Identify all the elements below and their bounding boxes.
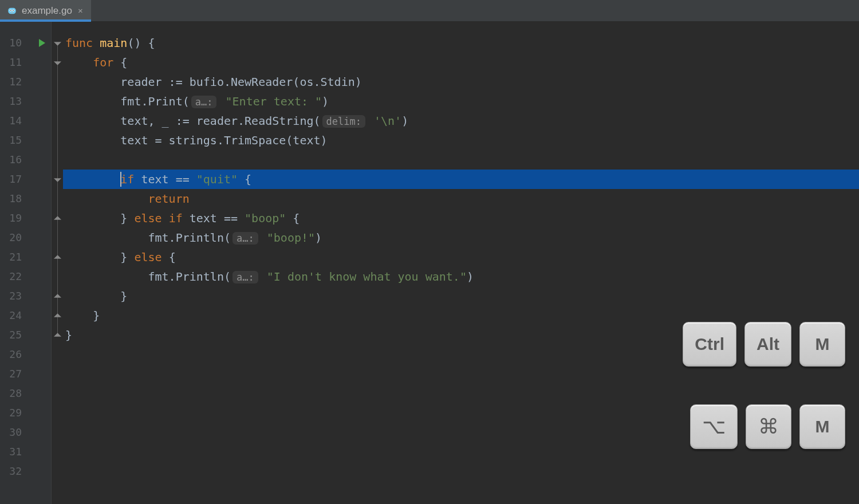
code-line-highlighted: if text == "quit" { <box>63 170 859 189</box>
key-alt: Alt <box>744 322 791 367</box>
line-number: 23 <box>0 286 26 306</box>
line-number: 16 <box>0 150 26 170</box>
line-number: 25 <box>0 325 26 345</box>
svg-rect-0 <box>8 7 16 14</box>
fold-open-icon[interactable] <box>54 59 61 66</box>
svg-marker-10 <box>54 255 61 259</box>
code-line: } else { <box>63 247 859 267</box>
code-line: fmt.Print(a…: "Enter text: ") <box>63 92 859 111</box>
tab-filename: example.go <box>22 5 72 17</box>
line-number: 13 <box>0 92 26 111</box>
line-number: 11 <box>0 53 26 72</box>
code-editor[interactable]: 10 11 12 13 14 15 16 17 18 19 20 21 22 2… <box>0 22 859 504</box>
svg-marker-12 <box>54 313 61 317</box>
code-line: } <box>63 286 859 306</box>
line-number: 32 <box>0 462 26 481</box>
fold-close-icon[interactable] <box>54 215 61 222</box>
code-line: } else if text == "boop" { <box>63 208 859 228</box>
line-number: 29 <box>0 403 26 423</box>
code-line <box>63 364 859 384</box>
code-line: for { <box>63 53 859 72</box>
shortcut-keys-mac: ⌥ ⌘ M <box>690 404 845 449</box>
line-number: 26 <box>0 345 26 364</box>
line-number: 21 <box>0 247 26 267</box>
close-icon[interactable]: × <box>78 6 83 15</box>
line-number: 19 <box>0 208 26 228</box>
fold-close-icon[interactable] <box>54 254 61 261</box>
code-line <box>63 462 859 481</box>
key-m: M <box>799 322 845 367</box>
gutter-line-numbers: 10 11 12 13 14 15 16 17 18 19 20 21 22 2… <box>0 22 26 504</box>
code-line <box>63 150 859 170</box>
code-line: fmt.Println(a…: "I don't know what you w… <box>63 267 859 286</box>
line-number: 30 <box>0 423 26 442</box>
line-number: 27 <box>0 364 26 384</box>
go-gopher-icon <box>7 6 17 16</box>
line-number: 28 <box>0 384 26 403</box>
code-line <box>63 384 859 403</box>
svg-marker-13 <box>54 333 61 337</box>
line-number: 17 <box>0 170 26 189</box>
param-hint: delim: <box>322 115 365 128</box>
svg-point-5 <box>11 11 13 13</box>
svg-marker-6 <box>54 42 61 46</box>
fold-open-icon[interactable] <box>54 40 61 47</box>
line-number: 22 <box>0 267 26 286</box>
key-option: ⌥ <box>690 404 738 449</box>
key-m: M <box>799 404 845 449</box>
line-number: 15 <box>0 131 26 150</box>
svg-point-3 <box>10 10 11 11</box>
fold-close-icon[interactable] <box>54 293 61 300</box>
svg-marker-11 <box>54 294 61 298</box>
param-hint: a…: <box>233 271 258 284</box>
line-number: 14 <box>0 111 26 131</box>
gutter-fold <box>52 22 63 504</box>
code-line: reader := bufio.NewReader(os.Stdin) <box>63 72 859 92</box>
svg-marker-7 <box>54 61 61 65</box>
param-hint: a…: <box>233 232 258 245</box>
code-line: fmt.Println(a…: "boop!") <box>63 228 859 247</box>
svg-marker-9 <box>54 216 61 220</box>
shortcut-keys-windows: Ctrl Alt M <box>683 322 845 367</box>
line-number: 20 <box>0 228 26 247</box>
key-ctrl: Ctrl <box>683 322 736 367</box>
fold-open-icon[interactable] <box>54 176 61 183</box>
svg-marker-8 <box>54 178 61 182</box>
code-line: text, _ := reader.ReadString(delim: '\n'… <box>63 111 859 131</box>
fold-close-icon[interactable] <box>54 332 61 339</box>
fold-close-icon[interactable] <box>54 312 61 320</box>
key-command: ⌘ <box>746 404 791 449</box>
tab-example-go[interactable]: example.go × <box>0 0 91 21</box>
param-hint: a…: <box>191 96 217 108</box>
gutter-icons <box>26 22 52 504</box>
code-line: func main() { <box>63 33 859 53</box>
line-number: 31 <box>0 442 26 462</box>
tabbar: example.go × <box>0 0 859 22</box>
code-line: return <box>63 189 859 208</box>
line-number: 24 <box>0 306 26 325</box>
line-number: 18 <box>0 189 26 208</box>
svg-point-4 <box>13 10 14 11</box>
line-number: 10 <box>0 33 26 53</box>
line-number: 12 <box>0 72 26 92</box>
run-icon[interactable] <box>39 39 45 47</box>
code-line: text = strings.TrimSpace(text) <box>63 131 859 150</box>
